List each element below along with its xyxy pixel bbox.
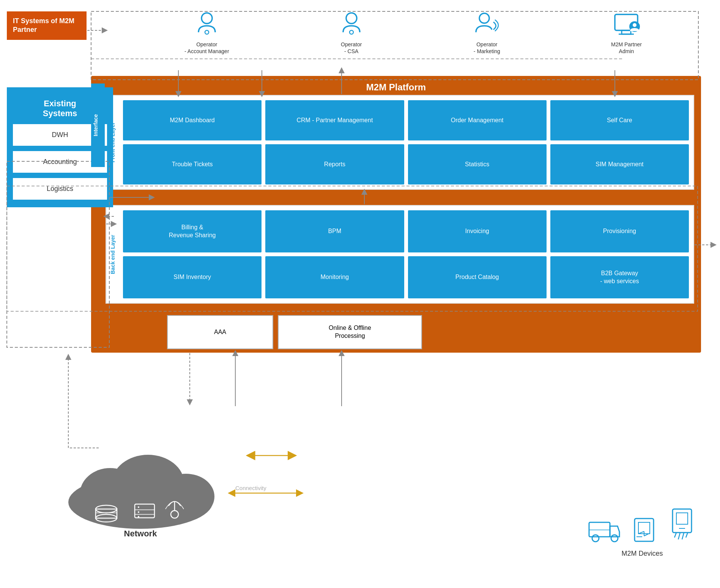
- svg-rect-48: [589, 522, 610, 537]
- m2m-partner-admin: M2M PartnerAdmin: [611, 11, 642, 55]
- csa-label: Operator- CSA: [341, 41, 362, 55]
- module-monitoring: Monitoring: [265, 256, 404, 298]
- smart-device-icon: [667, 507, 697, 545]
- svg-point-50: [611, 535, 618, 542]
- aaa-row: AAA Online & OfflineProcessing: [167, 315, 694, 349]
- svg-rect-59: [676, 513, 688, 524]
- svg-point-22: [205, 30, 209, 34]
- backend-grid: Billing &Revenue Sharing BPM Invoicing P…: [118, 206, 693, 303]
- module-provisioning: Provisioning: [550, 210, 689, 252]
- module-self-care: Self Care: [550, 100, 689, 140]
- interface-label: Interface: [91, 84, 105, 167]
- svg-line-64: [686, 533, 688, 538]
- m2m-admin-label: M2M PartnerAdmin: [611, 41, 642, 55]
- module-aaa: AAA: [167, 315, 273, 349]
- truck-icon: [587, 515, 621, 545]
- m2m-platform-title: M2M Platform: [91, 76, 701, 96]
- module-online-offline: Online & OfflineProcessing: [278, 315, 422, 349]
- network-section: Network: [65, 453, 216, 539]
- svg-point-23: [346, 13, 357, 24]
- svg-point-42: [138, 506, 139, 508]
- m2m-devices-section: M2M Devices: [587, 507, 697, 558]
- module-statistics: Statistics: [408, 144, 547, 184]
- tablet-icon: [629, 515, 659, 545]
- module-trouble-tickets: Trouble Tickets: [123, 144, 262, 184]
- it-systems-box: IT Systems of M2M Partner: [7, 11, 87, 40]
- account-manager-icon: [195, 11, 218, 38]
- marketing-label: Operator- Marketing: [474, 41, 500, 55]
- svg-point-44: [138, 516, 139, 517]
- svg-point-25: [479, 13, 489, 23]
- operator-marketing: Operator- Marketing: [474, 11, 500, 55]
- module-order-mgmt: Order Management: [408, 100, 547, 140]
- module-billing: Billing &Revenue Sharing: [123, 210, 262, 252]
- m2m-devices-label: M2M Devices: [621, 550, 663, 558]
- frontend-layer: Front end Layer M2M Dashboard CRM - Part…: [106, 95, 694, 190]
- module-m2m-dashboard: M2M Dashboard: [123, 100, 262, 140]
- svg-point-43: [138, 511, 139, 513]
- module-reports: Reports: [265, 144, 404, 184]
- backend-layer: Back end Layer Billing &Revenue Sharing …: [106, 205, 694, 304]
- network-cloud-icon: [65, 453, 216, 533]
- svg-line-63: [682, 533, 684, 539]
- svg-point-34: [158, 474, 214, 519]
- svg-line-62: [678, 533, 680, 539]
- frontend-grid: M2M Dashboard CRM - Partner Management O…: [118, 96, 693, 189]
- csa-icon: [340, 11, 363, 38]
- svg-point-21: [202, 13, 212, 24]
- operator-account-manager: Operator- Account Manager: [184, 11, 229, 55]
- module-sim-mgmt: SIM Management: [550, 144, 689, 184]
- module-invoicing: Invoicing: [408, 210, 547, 252]
- connectivity-arrows: [228, 487, 304, 499]
- module-b2b-gateway: B2B Gateway- web services: [550, 256, 689, 298]
- svg-point-24: [350, 30, 353, 34]
- backend-layer-label: Back end Layer: [106, 206, 118, 303]
- module-crm: CRM - Partner Management: [265, 100, 404, 140]
- marketing-icon: [474, 11, 500, 38]
- module-sim-inventory: SIM Inventory: [123, 256, 262, 298]
- diagram-container: IT Systems of M2M Partner ExistingSystem…: [0, 0, 720, 588]
- module-product-catalog: Product Catalog: [408, 256, 547, 298]
- account-manager-label: Operator- Account Manager: [184, 41, 229, 55]
- logistics-item: Logistics: [13, 178, 107, 200]
- svg-point-49: [592, 535, 599, 542]
- module-bpm: BPM: [265, 210, 404, 252]
- operator-csa: Operator- CSA: [340, 11, 363, 55]
- it-systems-label: IT Systems of M2M Partner: [13, 17, 74, 33]
- svg-point-30: [633, 23, 636, 27]
- svg-line-61: [674, 533, 676, 538]
- m2m-admin-icon: [611, 11, 641, 38]
